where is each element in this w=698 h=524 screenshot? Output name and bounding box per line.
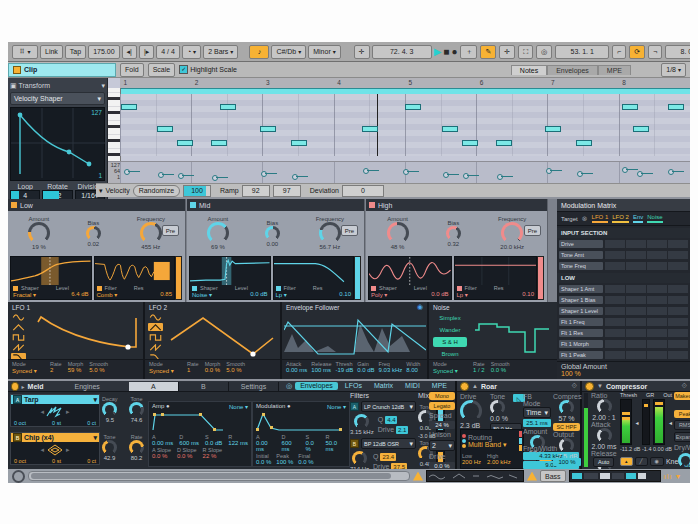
- mod-env-target-menu[interactable]: None ▾: [327, 403, 346, 410]
- q-value[interactable]: 4.4: [385, 416, 397, 424]
- param-value[interactable]: 0.0 %: [256, 459, 271, 465]
- auto-release-button[interactable]: Auto: [593, 457, 614, 467]
- warning-icon[interactable]: [527, 472, 537, 481]
- param-value[interactable]: 100 %: [276, 459, 293, 465]
- morph-value[interactable]: 0.0 %: [205, 367, 221, 373]
- matrix-cell[interactable]: [668, 240, 688, 248]
- lfo-wave-icon-0[interactable]: [11, 313, 26, 321]
- matrix-cell[interactable]: [647, 251, 667, 259]
- hot-swap-icon[interactable]: ⟐: [571, 382, 577, 390]
- matrix-row-label[interactable]: Shaper 1 Bias: [559, 296, 603, 304]
- shaper-type-menu[interactable]: Poly ▾: [371, 291, 387, 298]
- matrix-cell[interactable]: [626, 329, 646, 337]
- midi-note[interactable]: [576, 140, 592, 146]
- transform-collapse-icon[interactable]: ▾: [101, 82, 105, 90]
- res-value[interactable]: 0.10: [339, 291, 351, 298]
- punch-out-button[interactable]: ¬: [648, 45, 662, 59]
- midi-note[interactable]: [496, 140, 512, 146]
- envelope-display[interactable]: [284, 312, 426, 358]
- frequency-knob[interactable]: [140, 222, 162, 244]
- frequency-knob[interactable]: [501, 222, 523, 244]
- activity-view-icon[interactable]: ◉: [650, 457, 664, 466]
- matrix-cell[interactable]: [668, 318, 688, 326]
- matrix-row-label[interactable]: Flt 1 Morph: [559, 340, 603, 348]
- rate-knob[interactable]: [129, 440, 144, 455]
- filter-type-menu[interactable]: Lp ▾: [457, 291, 468, 298]
- pre-button[interactable]: Pre: [162, 225, 179, 236]
- matrix-cell[interactable]: [605, 340, 625, 348]
- meld-subtab-midi[interactable]: MIDI: [400, 382, 425, 390]
- velocity-marker[interactable]: [365, 170, 366, 183]
- drive-value[interactable]: 2.1: [396, 426, 408, 434]
- dry-wet-value[interactable]: 100 %: [553, 458, 581, 466]
- lfo-wave-icon-1[interactable]: [148, 323, 163, 331]
- filter-display[interactable]: FilterRes Lp ▾0.10: [273, 256, 355, 300]
- velocity-marker[interactable]: [624, 169, 625, 183]
- overdub-button[interactable]: ＋: [460, 45, 477, 59]
- param-value[interactable]: 0.0 %: [152, 453, 167, 459]
- lfo-wave-icon-2[interactable]: [148, 333, 163, 341]
- midi-note[interactable]: [362, 126, 378, 132]
- rate-value[interactable]: 2: [50, 367, 62, 373]
- scale-name-menu[interactable]: Minor: [308, 45, 341, 59]
- output-meter-icon[interactable]: ılı ▾: [664, 472, 681, 481]
- curve-view-icon[interactable]: ╱: [635, 457, 648, 466]
- note-grid[interactable]: [120, 94, 690, 156]
- matrix-cell[interactable]: [647, 329, 667, 337]
- ruler-bar-2[interactable]: 2: [195, 79, 199, 86]
- shaper-type-menu[interactable]: Fractal ▾: [13, 291, 36, 298]
- mod-envelope-display[interactable]: [253, 411, 347, 433]
- lfo-wave-icon-2[interactable]: [11, 333, 26, 341]
- param-value[interactable]: 50.0 ms: [325, 440, 346, 452]
- matrix-cell[interactable]: [668, 285, 688, 293]
- velocity-marker[interactable]: [180, 175, 181, 183]
- matrix-cell[interactable]: [668, 351, 688, 359]
- param-value[interactable]: 0.0 dB: [205, 440, 222, 446]
- velocity-lane[interactable]: [120, 161, 690, 183]
- matrix-cell[interactable]: [647, 240, 667, 248]
- matrix-cell[interactable]: [668, 296, 688, 304]
- amp-envelope-display[interactable]: [149, 411, 249, 433]
- ruler-bar-8[interactable]: 8: [622, 79, 626, 86]
- filter-a-type-menu[interactable]: LP Crunch 12dB▾: [361, 401, 416, 412]
- mode-menu[interactable]: Synced ▾: [12, 367, 44, 374]
- deviation-field[interactable]: 0: [342, 185, 384, 197]
- grid-value-menu[interactable]: 1/8: [661, 63, 686, 77]
- ruler-bar-7[interactable]: 7: [551, 79, 555, 86]
- bias-knob[interactable]: [86, 226, 101, 241]
- matrix-row-label[interactable]: Flt 1 Res: [559, 329, 603, 337]
- param-value[interactable]: 0.00 ms: [152, 440, 173, 446]
- amount-knob[interactable]: [207, 222, 229, 244]
- legato-button[interactable]: Legato: [429, 402, 455, 410]
- spread-value[interactable]: 24 %: [429, 421, 455, 429]
- matrix-target-lfo-2[interactable]: LFO 2: [612, 214, 629, 223]
- matrix-cell[interactable]: [647, 351, 667, 359]
- band-output-fader[interactable]: [175, 256, 182, 300]
- noise-type-s-h[interactable]: S & H: [433, 337, 467, 347]
- param-value[interactable]: 600 ms: [179, 440, 199, 446]
- tap-button[interactable]: Tap: [65, 45, 86, 59]
- meld-tab-settings[interactable]: Settings: [229, 382, 279, 391]
- matrix-row-label[interactable]: Shaper 1 Level: [559, 307, 603, 315]
- nudge-up-button[interactable]: |▸: [139, 45, 154, 59]
- smooth-value[interactable]: 0.0 %: [491, 367, 510, 373]
- noise-display[interactable]: [471, 312, 553, 358]
- shaper-on-toggle[interactable]: [192, 286, 197, 291]
- param-value[interactable]: 100 ms: [311, 367, 331, 373]
- matrix-target-env[interactable]: Env: [633, 214, 643, 223]
- amp-env-target-menu[interactable]: None ▾: [229, 403, 248, 410]
- matrix-row-label[interactable]: Flt 1 Freq: [559, 318, 603, 326]
- thresh-marker[interactable]: ◂: [635, 419, 638, 426]
- drive-knob[interactable]: [460, 400, 482, 422]
- scale-root-menu[interactable]: C#/Db: [271, 45, 306, 59]
- lfo-wave-icon-3[interactable]: [11, 343, 26, 351]
- shaper-display[interactable]: ShaperLevel Fractal ▾6.4 dB: [10, 256, 92, 300]
- tab-mpe[interactable]: MPE: [598, 65, 631, 75]
- oct-value[interactable]: 0 oct: [14, 458, 26, 464]
- modulator-overview[interactable]: [426, 470, 524, 482]
- matrix-cell[interactable]: [605, 285, 625, 293]
- hot-swap-icon[interactable]: ⟐: [681, 382, 687, 390]
- pre-button[interactable]: Pre: [341, 225, 358, 236]
- record-button[interactable]: ●: [451, 46, 457, 57]
- param-value[interactable]: 22 %: [203, 453, 217, 459]
